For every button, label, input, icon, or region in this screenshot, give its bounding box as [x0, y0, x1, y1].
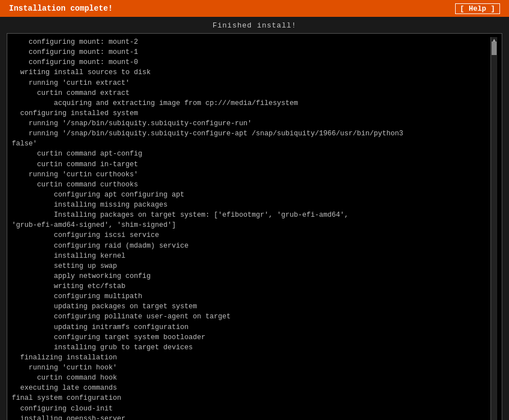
top-bar: Installation complete! [ Help ]: [0, 0, 509, 17]
terminal-heading: Finished install!: [7, 21, 502, 30]
scrollbar-thumb[interactable]: [492, 42, 497, 55]
terminal-content: configuring mount: mount-2 configuring m…: [12, 37, 490, 420]
terminal-box: configuring mount: mount-2 configuring m…: [7, 33, 502, 420]
help-button[interactable]: [ Help ]: [455, 3, 500, 14]
terminal-wrapper: Finished install! configuring mount: mou…: [0, 17, 509, 420]
scrollbar[interactable]: ▲ ▼: [490, 37, 497, 420]
installation-status-title: Installation complete!: [9, 4, 113, 13]
